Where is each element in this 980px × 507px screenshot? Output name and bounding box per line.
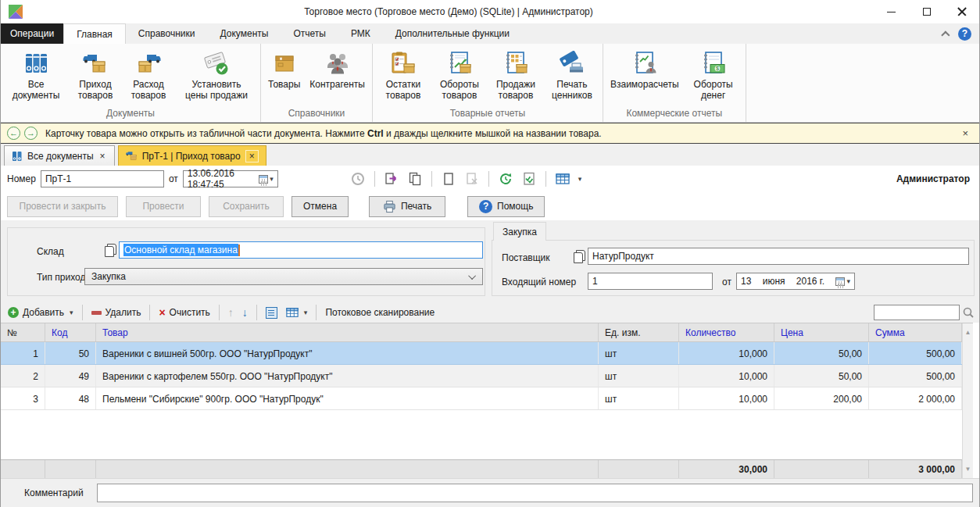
close-button[interactable] [944, 0, 979, 23]
supplier-label: Поставщик [502, 252, 550, 263]
ribbon-button-label: Печать ценников [549, 79, 596, 101]
print-button[interactable]: Печать [369, 196, 445, 217]
set-sale-prices-button[interactable]: Установить цены продажи [175, 48, 258, 103]
all-documents-button[interactable]: Все документы [3, 48, 69, 103]
table-toolbar: + Добавить ▾ Удалить × Очистить ↑ ↓ ▾ По… [1, 302, 979, 323]
toolbar-divider [256, 305, 257, 320]
doc-tab-all-documents[interactable]: Все документы × [4, 145, 115, 166]
history-button[interactable] [496, 170, 515, 188]
maximize-button[interactable] [909, 0, 944, 23]
search-input[interactable] [874, 305, 960, 320]
tab-rmk[interactable]: РМК [338, 23, 383, 44]
ribbon-group-title: Коммерческие отчеты [606, 107, 743, 122]
minimize-button[interactable] [874, 0, 909, 23]
new-document-button[interactable] [439, 170, 458, 188]
chevron-up-icon [941, 30, 950, 39]
delete-row-button[interactable]: Удалить [89, 307, 144, 318]
from-label: от [169, 173, 178, 184]
tab-dop-funkcii[interactable]: Дополнительные функции [383, 23, 522, 44]
notification-close-button[interactable]: × [957, 127, 973, 139]
column-header-code[interactable]: Код [45, 323, 96, 341]
clear-table-button[interactable]: × Очистить [156, 306, 212, 319]
tab-glavnaya[interactable]: Главная [63, 23, 126, 44]
document-number-input[interactable]: ПрТ-1 [41, 170, 164, 187]
table-view-button[interactable] [553, 170, 572, 188]
date-day[interactable]: 13 [741, 276, 751, 287]
select-warehouse-icon[interactable] [105, 244, 116, 255]
scroll-up-icon[interactable]: ▲ [965, 323, 971, 341]
title-bar: Торговое место (Торговое место (Демо) (S… [1, 0, 979, 23]
set-time-button[interactable] [349, 170, 367, 188]
income-type-select[interactable]: Закупка [84, 268, 483, 285]
incoming-date-input[interactable]: 13 июня 2016 г. ▾ [736, 273, 855, 290]
table-settings-button[interactable]: ▾ [284, 306, 310, 319]
date-year[interactable]: 2016 г. [796, 276, 824, 287]
column-header-unit[interactable]: Ед. изм. [599, 323, 679, 341]
move-row-down-button[interactable]: ↓ [240, 306, 250, 319]
add-row-button[interactable]: + Добавить ▾ [5, 307, 76, 318]
goods-issue-button[interactable]: Расход товаров [122, 48, 175, 103]
calendar-dropdown-button[interactable]: ▾ [259, 175, 274, 184]
document-datetime-input[interactable]: 13.06.2016 18:47:45 ▾ [183, 170, 278, 187]
collapse-ribbon-button[interactable] [944, 30, 950, 37]
goods-sales-button[interactable]: Продажи товаров [488, 48, 544, 103]
chevron-down-icon[interactable]: ▾ [578, 175, 582, 183]
list-icon [266, 307, 277, 319]
move-row-up-button[interactable]: ↑ [226, 306, 236, 319]
scroll-down-icon[interactable]: ▼ [965, 460, 971, 478]
calendar-dropdown-button[interactable]: ▾ [835, 277, 850, 286]
date-month[interactable]: июня [763, 276, 785, 287]
stock-report-button[interactable]: Остатки товаров [375, 48, 431, 103]
goods-turnover-button[interactable]: Обороты товаров [431, 48, 488, 103]
goods-button[interactable]: Товары [263, 48, 305, 92]
vertical-scrollbar[interactable]: ▲ ▼ [962, 323, 973, 478]
check-document-button[interactable] [520, 170, 538, 188]
column-header-goods[interactable]: Товар [96, 323, 599, 341]
next-tip-button[interactable]: → [24, 127, 38, 140]
save-button[interactable]: Сохранить [209, 196, 284, 217]
table-row[interactable]: 1 50 Вареники с вишней 500гр. ООО "Натур… [1, 342, 962, 365]
tab-otchety[interactable]: Отчеты [281, 23, 338, 44]
search-icon[interactable] [962, 306, 975, 319]
column-header-price[interactable]: Цена [774, 323, 869, 341]
ribbon-button-label: Приход товаров [73, 79, 117, 101]
chevron-down-icon [468, 272, 476, 280]
copy-document-button[interactable] [406, 170, 424, 188]
warehouse-input[interactable]: Основной склад магазина [119, 241, 483, 259]
doc-tab-close-button[interactable]: × [245, 150, 259, 162]
column-header-qty[interactable]: Количество [679, 323, 774, 341]
blank-document-icon [442, 172, 456, 186]
supplier-input[interactable]: НатурПродукт [588, 248, 969, 265]
settlements-button[interactable]: Взаиморасчеты [606, 48, 684, 92]
print-price-tags-button[interactable]: Печать ценников [544, 48, 600, 103]
doc-tab-goods-receipt[interactable]: ПрТ-1 | Приход товаро × [118, 145, 266, 166]
stream-scan-button[interactable]: Потоковое сканирование [323, 307, 437, 318]
chevron-down-icon: ▾ [270, 175, 274, 183]
purchase-tab[interactable]: Закупка [493, 222, 546, 241]
tab-dokumenty[interactable]: Документы [208, 23, 281, 44]
operations-menu-button[interactable]: Операции [1, 23, 63, 44]
delete-document-button[interactable] [463, 170, 481, 188]
row-editor-button[interactable] [263, 307, 280, 319]
goods-receipt-button[interactable]: Приход товаров [69, 48, 122, 103]
printer-icon [383, 200, 396, 213]
post-and-close-button[interactable]: Провести и закрыть [7, 196, 118, 217]
help-button[interactable]: ? Помощь [467, 196, 545, 217]
select-supplier-icon[interactable] [574, 250, 585, 262]
doc-tab-close-button[interactable]: × [98, 151, 107, 162]
counterparties-button[interactable]: Контрагенты [305, 48, 370, 92]
money-turnover-button[interactable]: $ Обороты денег [684, 48, 743, 103]
column-header-num[interactable]: № [1, 323, 45, 341]
column-header-sum[interactable]: Сумма [869, 323, 962, 341]
help-icon[interactable]: ? [958, 27, 971, 41]
export-document-button[interactable] [382, 170, 401, 188]
tab-spravochniki[interactable]: Справочники [126, 23, 208, 44]
post-button[interactable]: Провести [126, 196, 201, 217]
incoming-number-input[interactable]: 1 [588, 273, 713, 290]
comment-input[interactable] [97, 484, 973, 502]
maximize-icon [923, 8, 931, 16]
table-row[interactable]: 2 49 Вареники с картофелем 550гр. ООО "Н… [1, 365, 962, 387]
table-row[interactable]: 3 48 Пельмени "Сибирские" 900гр. ООО "На… [1, 387, 962, 410]
previous-tip-button[interactable]: ← [7, 127, 20, 140]
cancel-button[interactable]: Отмена [291, 196, 349, 217]
